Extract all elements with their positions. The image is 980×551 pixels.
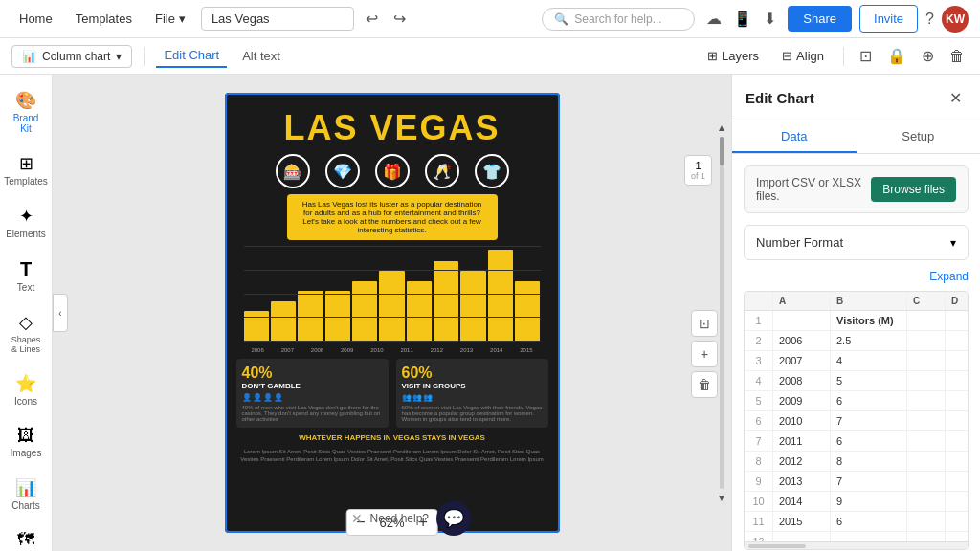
cell-10-c[interactable] (907, 492, 946, 511)
undo-button[interactable]: ↩ (362, 6, 382, 32)
cell-10-a[interactable]: 2014 (773, 492, 831, 511)
help-button[interactable]: ? (925, 11, 934, 28)
tab-edit-chart[interactable]: Edit Chart (156, 44, 227, 68)
cell-7-num[interactable]: 7 (745, 431, 773, 451)
cell-5-c[interactable] (907, 391, 946, 410)
cell-9-d[interactable] (946, 472, 968, 491)
cell-8-d[interactable] (946, 452, 968, 471)
canvas-add-btn[interactable]: + (691, 341, 718, 367)
layers-btn[interactable]: ⊞ Layers (700, 45, 767, 67)
cell-11-a[interactable]: 2015 (773, 512, 831, 531)
templates-link[interactable]: Templates (68, 8, 140, 30)
cell-9-a[interactable]: 2013 (773, 472, 831, 491)
cell-12-d[interactable] (946, 532, 968, 541)
sidebar-item-charts[interactable]: 📊 Charts (2, 470, 50, 518)
search-bar[interactable]: 🔍 Search for help... (542, 8, 695, 31)
cell-11-c[interactable] (907, 512, 946, 531)
sidebar-item-brand[interactable]: 🎨 Brand Kit (2, 82, 50, 142)
cell-1-a[interactable] (773, 311, 831, 330)
grid-hscroll[interactable] (745, 541, 968, 549)
sidebar-item-shapes[interactable]: ◇ Shapes & Lines (2, 304, 50, 362)
cell-5-num[interactable]: 5 (745, 391, 773, 410)
cell-12-c[interactable] (907, 532, 946, 541)
cell-8-b[interactable]: 8 (831, 452, 907, 471)
cell-6-a[interactable]: 2010 (773, 411, 831, 430)
cell-6-c[interactable] (907, 411, 946, 430)
cell-6-d[interactable] (946, 411, 968, 430)
panel-close-btn[interactable]: ✕ (944, 86, 967, 109)
tab-setup[interactable]: Setup (857, 121, 981, 153)
cell-12-a[interactable] (773, 532, 831, 541)
cell-4-c[interactable] (907, 371, 946, 390)
cell-2-num[interactable]: 2 (745, 331, 773, 350)
avatar[interactable]: KW (942, 6, 969, 33)
sidebar-item-maps[interactable]: 🗺 Maps (2, 522, 50, 551)
grid-scroll-area[interactable]: 2 2006 2.5 3 2007 4 (745, 331, 968, 541)
cell-10-d[interactable] (946, 492, 968, 511)
cell-5-d[interactable] (946, 391, 968, 410)
cell-2-d[interactable] (946, 331, 968, 350)
cell-3-num[interactable]: 3 (745, 351, 773, 370)
cell-3-a[interactable]: 2007 (773, 351, 831, 370)
cell-5-b[interactable]: 6 (831, 391, 907, 410)
need-help-close-btn[interactable]: ✕ (351, 511, 363, 526)
cell-4-num[interactable]: 4 (745, 371, 773, 390)
cell-1-d[interactable] (946, 311, 969, 330)
cell-11-num[interactable]: 11 (745, 512, 773, 531)
lock-btn[interactable]: 🔒 (883, 43, 910, 69)
document-title-input[interactable] (201, 7, 354, 31)
number-format-row[interactable]: Number Format ▾ (744, 225, 969, 260)
cell-12-b[interactable] (831, 532, 907, 541)
cell-1-num[interactable]: 1 (745, 311, 773, 330)
cell-7-b[interactable]: 6 (831, 431, 907, 451)
sidebar-item-text[interactable]: T Text (2, 251, 50, 300)
delete-btn[interactable]: 🗑 (946, 44, 969, 69)
file-menu[interactable]: File ▾ (147, 8, 193, 30)
invite-button[interactable]: Invite (859, 5, 918, 33)
canvas-trash-btn[interactable]: 🗑 (691, 371, 718, 398)
cell-12-num[interactable]: 12 (745, 532, 773, 541)
cell-4-b[interactable]: 5 (831, 371, 907, 390)
canvas-copy-btn[interactable]: ⊡ (691, 310, 718, 337)
phone-icon-btn[interactable]: 📱 (729, 6, 756, 32)
cell-7-a[interactable]: 2011 (773, 431, 831, 451)
cell-5-a[interactable]: 2009 (773, 391, 831, 410)
share-button[interactable]: Share (788, 6, 852, 32)
cell-2-b[interactable]: 2.5 (831, 331, 907, 350)
align-btn[interactable]: ⊟ Align (774, 45, 832, 67)
cell-10-num[interactable]: 10 (745, 492, 773, 511)
cell-11-b[interactable]: 6 (831, 512, 907, 531)
cell-9-b[interactable]: 7 (831, 472, 907, 491)
sidebar-item-images[interactable]: 🖼 Images (2, 418, 50, 466)
cell-7-d[interactable] (946, 431, 968, 451)
infographic-card[interactable]: LAS VEGAS 🎰 💎 🎁 🥂 👕 Has Las Vegas lost i… (225, 93, 560, 533)
cell-6-b[interactable]: 7 (831, 411, 907, 430)
cell-3-c[interactable] (907, 351, 946, 370)
cell-3-d[interactable] (946, 351, 968, 370)
browse-files-btn[interactable]: Browse files (871, 177, 956, 202)
cell-4-a[interactable]: 2008 (773, 371, 831, 390)
cell-2-c[interactable] (907, 331, 946, 350)
expand-btn[interactable]: Expand (929, 270, 969, 283)
cell-1-c[interactable] (907, 311, 946, 330)
cell-11-d[interactable] (946, 512, 968, 531)
need-help-bubble[interactable]: 💬 (436, 501, 471, 536)
scroll-down-btn[interactable]: ▼ (717, 493, 726, 503)
redo-button[interactable]: ↪ (390, 6, 410, 32)
cloud-icon-btn[interactable]: ☁ (702, 6, 725, 32)
cell-9-num[interactable]: 9 (745, 472, 773, 491)
tab-data[interactable]: Data (732, 121, 857, 153)
download-icon-btn[interactable]: ⬇ (760, 6, 780, 32)
chart-type-selector[interactable]: 📊 Column chart ▾ (11, 45, 132, 68)
tab-alt-text[interactable]: Alt text (234, 45, 288, 67)
cell-8-c[interactable] (907, 452, 946, 471)
cell-10-b[interactable]: 9 (831, 492, 907, 511)
sidebar-item-icons[interactable]: ⭐ Icons (2, 365, 50, 414)
duplicate-btn[interactable]: ⊕ (918, 43, 938, 69)
cell-3-b[interactable]: 4 (831, 351, 907, 370)
cell-7-c[interactable] (907, 431, 946, 451)
home-link[interactable]: Home (11, 8, 60, 30)
panel-toggle-btn[interactable]: ‹ (53, 294, 68, 332)
cell-4-d[interactable] (946, 371, 968, 390)
scroll-up-btn[interactable]: ▲ (717, 122, 726, 133)
